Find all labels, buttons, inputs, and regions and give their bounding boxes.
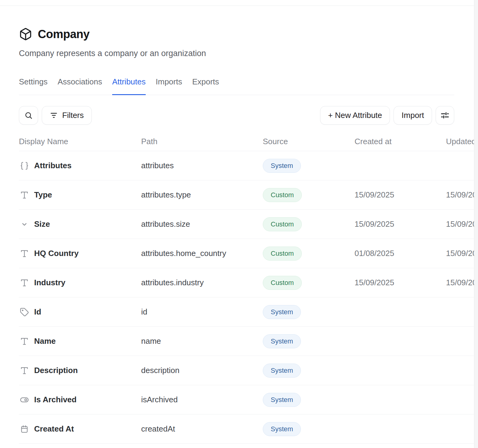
attribute-path: attributes.type: [141, 190, 263, 200]
updated-at-value: 15/09/2025: [446, 278, 474, 287]
page-title: Company: [38, 27, 90, 41]
toggle-icon: [19, 395, 30, 405]
attribute-path: id: [141, 307, 263, 317]
source-badge: System: [263, 422, 301, 436]
search-icon: [24, 111, 33, 119]
content-area: Company Company represents a company or …: [0, 0, 474, 448]
source-badge: System: [263, 334, 301, 348]
table-row[interactable]: Industryattributes.industryCustom15/09/2…: [19, 268, 474, 297]
column-header-created-at: Created at: [355, 137, 446, 146]
source-badge: System: [263, 305, 301, 319]
table-row[interactable]: Typeattributes.typeCustom15/09/202515/09…: [19, 180, 474, 210]
attribute-display-name: Description: [34, 366, 78, 375]
attribute-path: attributes.home_country: [141, 249, 263, 258]
attribute-path: name: [141, 336, 263, 346]
object-settings-page: Company Company represents a company or …: [0, 0, 478, 448]
table-header-row: Display NamePathSourceCreated atUpdated …: [19, 125, 474, 151]
table-row[interactable]: DescriptiondescriptionSystem: [19, 356, 474, 385]
created-at-value: 15/09/2025: [355, 278, 446, 287]
tab-associations[interactable]: Associations: [58, 77, 102, 95]
table-row[interactable]: AttributesattributesSystem: [19, 151, 474, 180]
filter-icon: [50, 111, 58, 119]
type-icon: [19, 336, 30, 347]
filters-button[interactable]: Filters: [42, 106, 92, 125]
attribute-display-name: Is Archived: [34, 395, 77, 404]
type-icon: [19, 190, 30, 200]
source-badge: Custom: [263, 188, 302, 202]
attribute-path: createdAt: [141, 424, 263, 434]
tab-exports[interactable]: Exports: [192, 77, 219, 95]
scrollbar-gutter[interactable]: [474, 0, 478, 448]
column-header-path: Path: [141, 137, 263, 146]
updated-at-value: 15/09/2025: [446, 190, 474, 200]
calendar-icon: [19, 424, 30, 434]
created-at-value: 15/09/2025: [355, 219, 446, 229]
created-at-value: 15/09/2025: [355, 190, 446, 200]
tab-settings[interactable]: Settings: [19, 77, 48, 95]
page-header: Company: [19, 27, 454, 41]
table-row[interactable]: Sizeattributes.sizeCustom15/09/202515/09…: [19, 210, 474, 239]
column-header-display-name: Display Name: [19, 137, 141, 146]
source-badge: Custom: [263, 276, 302, 290]
page-subtitle: Company represents a company or an organ…: [19, 48, 454, 58]
attribute-display-name: HQ Country: [34, 249, 79, 258]
new-attribute-button[interactable]: + New Attribute: [320, 106, 390, 125]
attribute-display-name: Type: [34, 190, 52, 200]
table-settings-button[interactable]: [436, 106, 454, 125]
attribute-display-name: Size: [34, 219, 50, 229]
toolbar: Filters + New Attribute Import: [19, 106, 454, 125]
source-badge: System: [263, 364, 301, 378]
top-divider: [0, 0, 474, 6]
attribute-display-name: Name: [34, 336, 56, 346]
braces-icon: [19, 161, 30, 171]
sliders-icon: [440, 110, 450, 120]
attribute-display-name: Id: [34, 307, 41, 317]
attribute-display-name: Industry: [34, 278, 66, 287]
search-button[interactable]: [19, 106, 38, 125]
table-row[interactable]: HQ Countryattributes.home_countryCustom0…: [19, 239, 474, 268]
table-row[interactable]: NamenameSystem: [19, 327, 474, 356]
source-badge: System: [263, 393, 301, 407]
table-row[interactable]: Is ArchivedisArchivedSystem: [19, 385, 474, 414]
cube-icon: [19, 27, 32, 41]
table-row[interactable]: IdidSystem: [19, 297, 474, 327]
tab-imports[interactable]: Imports: [156, 77, 182, 95]
tab-bar: SettingsAssociationsAttributesImportsExp…: [19, 77, 454, 95]
attribute-display-name: Created At: [34, 424, 74, 434]
attribute-display-name: Attributes: [34, 161, 72, 170]
import-button[interactable]: Import: [394, 106, 432, 125]
type-icon: [19, 248, 30, 259]
type-icon: [19, 365, 30, 376]
attribute-path: attributes: [141, 161, 263, 170]
chevron-down-icon: [19, 219, 30, 229]
updated-at-value: 15/09/2025: [446, 219, 474, 229]
table-row[interactable]: Created AtcreatedAtSystem: [19, 414, 474, 444]
attribute-path: description: [141, 366, 263, 375]
type-icon: [19, 278, 30, 288]
filters-label: Filters: [62, 111, 84, 120]
source-badge: Custom: [263, 247, 302, 261]
source-badge: Custom: [263, 217, 302, 231]
updated-at-value: 15/09/2025: [446, 249, 474, 258]
tab-attributes[interactable]: Attributes: [112, 77, 146, 95]
tag-icon: [19, 307, 30, 317]
attribute-path: attributes.industry: [141, 278, 263, 287]
column-header-updated-at: Updated at: [446, 137, 474, 146]
source-badge: System: [263, 159, 301, 173]
created-at-value: 01/08/2025: [355, 249, 446, 258]
attribute-path: isArchived: [141, 395, 263, 404]
attribute-path: attributes.size: [141, 219, 263, 229]
column-header-source: Source: [263, 137, 355, 146]
attributes-table: Display NamePathSourceCreated atUpdated …: [19, 125, 474, 444]
